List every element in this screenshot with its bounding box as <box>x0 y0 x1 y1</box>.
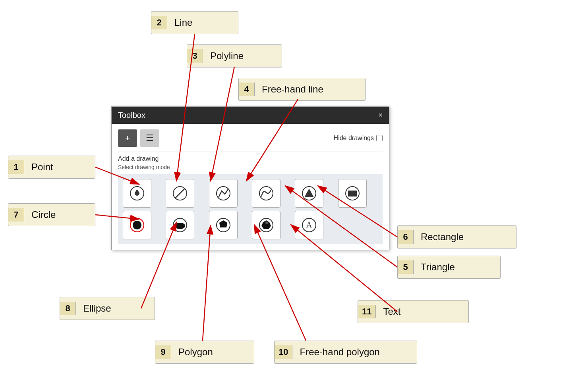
svg-line-4 <box>175 189 185 198</box>
toolbox-title: Toolbox <box>118 111 145 120</box>
tool-text[interactable]: A <box>295 211 323 239</box>
label-num-3: 3 <box>187 49 203 63</box>
label-num-11: 11 <box>358 305 376 318</box>
label-num-7: 7 <box>8 208 24 222</box>
label-text-9: Polygon <box>171 345 220 359</box>
svg-marker-8 <box>304 189 314 197</box>
svg-point-14 <box>175 223 185 229</box>
toolbox-close-button[interactable]: × <box>378 111 383 119</box>
label-num-6: 6 <box>398 230 414 244</box>
label-text-6: Rectangle <box>414 230 471 244</box>
toolbox-toolbar: + ☰ Hide drawings <box>118 129 383 147</box>
toolbox-divider <box>118 152 383 152</box>
drawing-tools-grid: A <box>118 174 383 244</box>
svg-point-12 <box>133 221 141 229</box>
label-4-freehand: 4 Free-hand line <box>238 78 366 101</box>
tool-line[interactable] <box>166 179 194 208</box>
label-text-4: Free-hand line <box>255 82 331 96</box>
label-text-8: Ellipse <box>76 301 118 316</box>
svg-point-2 <box>136 190 138 192</box>
hide-drawings-checkbox[interactable] <box>376 135 383 141</box>
toolbox: Toolbox × + ☰ Hide drawings Add a drawin… <box>111 106 389 250</box>
label-text-7: Circle <box>24 208 63 222</box>
label-6-rectangle: 6 Rectangle <box>397 225 516 248</box>
tool-polyline[interactable] <box>209 179 238 208</box>
tool-point[interactable] <box>123 179 151 208</box>
label-11-text: 11 Text <box>358 300 469 323</box>
label-9-polygon: 9 Polygon <box>155 341 254 364</box>
tool-polygon[interactable] <box>209 211 238 239</box>
label-10-freehand-polygon: 10 Free-hand polygon <box>274 341 417 364</box>
label-num-1: 1 <box>8 160 24 174</box>
tool-circle[interactable] <box>123 211 151 239</box>
label-num-8: 8 <box>60 302 76 315</box>
label-num-5: 5 <box>398 260 414 274</box>
label-num-4: 4 <box>239 83 255 96</box>
tool-freehand-line[interactable] <box>252 179 280 208</box>
add-drawing-button[interactable]: + <box>118 129 137 147</box>
toolbox-header: Toolbox × <box>112 107 389 124</box>
label-8-ellipse: 8 Ellipse <box>60 297 155 320</box>
svg-text:A: A <box>306 220 312 229</box>
label-text-11: Text <box>376 304 408 319</box>
label-2-line: 2 Line <box>151 11 238 34</box>
label-3-polyline: 3 Polyline <box>187 44 282 67</box>
label-num-9: 9 <box>155 345 171 359</box>
label-text-1: Point <box>24 160 60 174</box>
tool-rectangle[interactable] <box>338 179 367 208</box>
svg-marker-16 <box>219 220 227 227</box>
select-mode-label: Select drawing mode <box>118 164 383 170</box>
label-text-10: Free-hand polygon <box>292 345 387 359</box>
hide-drawings-label: Hide drawings <box>334 135 374 142</box>
tool-triangle[interactable] <box>295 179 323 208</box>
label-7-circle: 7 Circle <box>8 203 95 226</box>
list-button[interactable]: ☰ <box>140 129 159 147</box>
svg-point-5 <box>217 187 230 200</box>
hide-drawings-control: Hide drawings <box>334 135 383 142</box>
tool-freehand-polygon[interactable] <box>252 211 280 239</box>
add-drawing-label: Add a drawing <box>118 155 383 162</box>
toolbox-body: + ☰ Hide drawings Add a drawing Select d… <box>112 124 389 250</box>
label-text-5: Triangle <box>414 260 462 274</box>
svg-point-6 <box>259 187 273 200</box>
label-text-2: Line <box>167 15 199 30</box>
tool-empty <box>338 211 367 239</box>
label-text-3: Polyline <box>203 49 251 63</box>
svg-rect-10 <box>348 191 357 196</box>
tool-ellipse[interactable] <box>166 211 194 239</box>
label-1-point: 1 Point <box>8 156 95 179</box>
label-5-triangle: 5 Triangle <box>397 256 501 279</box>
label-num-2: 2 <box>151 16 167 29</box>
label-num-10: 10 <box>275 345 292 359</box>
